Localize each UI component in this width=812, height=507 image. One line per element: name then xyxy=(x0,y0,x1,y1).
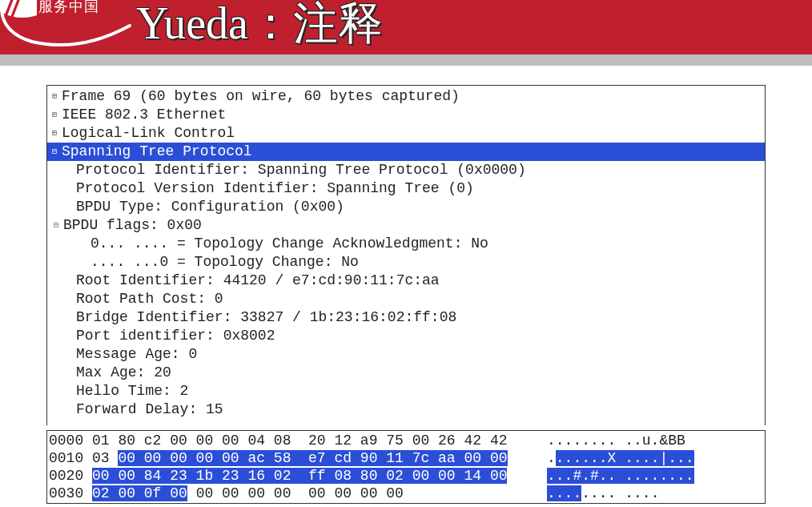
tree-row[interactable]: Hello Time: 2 xyxy=(47,382,765,400)
tree-row-label: BPDU Type: Configuration (0x00) xyxy=(74,198,344,216)
tree-row[interactable]: BPDU Type: Configuration (0x00) xyxy=(47,198,765,216)
title-bar: // 服务中国 Yueda：注释 xyxy=(0,0,812,54)
tree-row-label: Message Age: 0 xyxy=(74,345,197,364)
hex-bytes: 01 80 c2 00 00 00 04 08 20 12 a9 75 00 2… xyxy=(92,432,452,449)
tree-row-label: Root Path Cost: 0 xyxy=(74,290,223,308)
tree-row[interactable]: Root Identifier: 44120 / e7:cd:90:11:7c:… xyxy=(47,272,765,290)
spacer xyxy=(0,66,812,85)
hex-ascii: ........ .... xyxy=(547,485,659,502)
hex-bytes: 02 00 0f 00 00 00 00 00 00 00 00 00 xyxy=(92,485,452,502)
logo-slash-icon: // xyxy=(5,0,18,22)
tree-row-label: Protocol Version Identifier: Spanning Tr… xyxy=(74,179,474,198)
hex-offset: 0020 xyxy=(49,467,92,485)
expand-icon[interactable]: ⊞ xyxy=(49,124,60,143)
tree-row[interactable]: Root Path Cost: 0 xyxy=(47,290,765,308)
tree-row-label: Logical-Link Control xyxy=(60,124,235,143)
tree-row-label: Max Age: 20 xyxy=(74,364,171,382)
tree-row-label: Bridge Identifier: 33827 / 1b:23:16:02:f… xyxy=(74,308,456,327)
hex-line[interactable]: 002000 00 84 23 1b 23 16 02 ff 08 80 02 … xyxy=(49,467,763,485)
tree-row-label: BPDU flags: 0x00 xyxy=(62,216,202,235)
hex-offset: 0000 xyxy=(49,432,92,449)
tree-row[interactable]: Max Age: 20 xyxy=(47,364,765,382)
hex-ascii: ........ ..u.&BB xyxy=(547,432,685,449)
tree-row[interactable]: Protocol Version Identifier: Spanning Tr… xyxy=(47,179,765,198)
tree-row[interactable]: ⊞IEEE 802.3 Ethernet xyxy=(47,106,765,124)
hex-line[interactable]: 001003 00 00 00 00 00 ac 58 e7 cd 90 11 … xyxy=(49,449,763,467)
collapse-icon[interactable]: ⊟ xyxy=(50,216,62,235)
hex-offset: 0030 xyxy=(49,485,92,502)
tree-row-label: Protocol Identifier: Spanning Tree Proto… xyxy=(74,161,526,179)
logo: // 服务中国 xyxy=(0,0,128,54)
hex-bytes: 00 00 84 23 1b 23 16 02 ff 08 80 02 00 0… xyxy=(92,467,452,485)
tree-row-label: 0... .... = Topology Change Acknowledgme… xyxy=(89,235,488,253)
tree-row[interactable]: Port identifier: 0x8002 xyxy=(47,327,765,345)
hex-ascii: .......X ....|... xyxy=(547,449,694,467)
expand-icon[interactable]: ⊞ xyxy=(49,87,60,106)
tree-row-label: Frame 69 (60 bytes on wire, 60 bytes cap… xyxy=(60,87,460,106)
tree-row[interactable]: Message Age: 0 xyxy=(47,345,765,364)
tree-row[interactable]: Protocol Identifier: Spanning Tree Proto… xyxy=(47,161,765,179)
hex-line[interactable]: 003002 00 0f 00 00 00 00 00 00 00 00 00.… xyxy=(49,485,763,502)
tree-row[interactable]: 0... .... = Topology Change Acknowledgme… xyxy=(47,235,765,253)
tree-row-label: Spanning Tree Protocol xyxy=(60,143,252,161)
tree-row-label: Forward Delay: 15 xyxy=(74,400,223,419)
tree-row[interactable]: ⊟Spanning Tree Protocol xyxy=(47,143,765,161)
tree-row[interactable]: ⊞Frame 69 (60 bytes on wire, 60 bytes ca… xyxy=(47,87,765,106)
tree-row[interactable]: .... ...0 = Topology Change: No xyxy=(47,253,765,272)
collapse-icon[interactable]: ⊟ xyxy=(49,143,60,161)
tree-row[interactable]: Forward Delay: 15 xyxy=(47,400,765,419)
packet-details-tree[interactable]: ⊞Frame 69 (60 bytes on wire, 60 bytes ca… xyxy=(46,85,766,425)
hex-ascii: ...#.#.. ........ xyxy=(547,467,694,485)
expand-icon[interactable]: ⊞ xyxy=(49,106,60,124)
tree-row[interactable]: Bridge Identifier: 33827 / 1b:23:16:02:f… xyxy=(47,308,765,327)
tree-row-label: Root Identifier: 44120 / e7:cd:90:11:7c:… xyxy=(74,272,440,290)
tree-row-label: Hello Time: 2 xyxy=(74,382,188,400)
logo-text: 服务中国 xyxy=(37,0,101,16)
tree-row[interactable]: ⊟BPDU flags: 0x00 xyxy=(47,216,765,235)
tree-row-label: IEEE 802.3 Ethernet xyxy=(60,106,226,124)
tree-row-label: Port identifier: 0x8002 xyxy=(74,327,275,345)
hex-offset: 0010 xyxy=(49,449,92,467)
tree-row[interactable]: ⊞Logical-Link Control xyxy=(47,124,765,143)
hex-bytes: 03 00 00 00 00 00 ac 58 e7 cd 90 11 7c a… xyxy=(92,449,452,467)
tree-row-label: .... ...0 = Topology Change: No xyxy=(89,253,359,272)
hex-line[interactable]: 000001 80 c2 00 00 00 04 08 20 12 a9 75 … xyxy=(49,432,763,449)
page-title: Yueda：注释 xyxy=(136,0,383,54)
packet-hex-dump[interactable]: 000001 80 c2 00 00 00 04 08 20 12 a9 75 … xyxy=(46,430,766,504)
divider-bar xyxy=(0,54,812,66)
